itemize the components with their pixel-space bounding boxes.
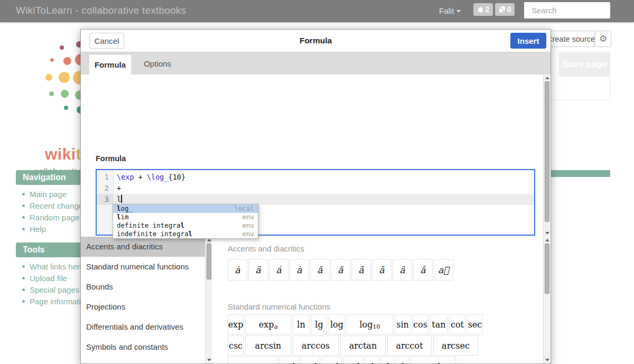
symbol-button-ch[interactable]: ch [380, 357, 394, 363]
sidebar-link: Help [30, 225, 46, 234]
sidebar-item-main-page[interactable]: Main page [20, 188, 87, 200]
symbol-button-exp[interactable]: exp [228, 314, 244, 334]
autocomplete-item-indefinite-integral[interactable]: indefinite integralenv [113, 230, 258, 238]
user-menu[interactable]: Falit [439, 6, 461, 15]
sidebar-item-special-pages[interactable]: Special pages [20, 284, 89, 295]
user-menu-label: Falit [439, 6, 454, 15]
panel-scrollbar[interactable] [543, 237, 550, 363]
category-symbols-and-constants[interactable]: Symbols and constants [81, 337, 205, 357]
bullet-icon [22, 300, 25, 303]
symbol-button-csc[interactable]: csc [228, 335, 244, 356]
sidebar-item-help[interactable]: Help [20, 223, 87, 235]
tab-options[interactable]: Options [131, 52, 184, 75]
code-token: \log_ [147, 173, 169, 181]
symbol-button-widehat-a[interactable]: â [413, 259, 433, 281]
symbol-button-tan[interactable]: tan [430, 314, 447, 334]
symbol-button-arcsin[interactable]: arcsin [245, 335, 291, 356]
symbol-button-log-10[interactable]: log10 [347, 314, 393, 334]
messages-badge[interactable]: 0 [495, 3, 515, 16]
save-page-button[interactable]: Save page [559, 52, 610, 77]
symbol-button-breve-a[interactable]: ă [331, 259, 350, 281]
site-title: WikiToLearn - collaborative textbooks [16, 5, 186, 16]
symbol-button-check-a[interactable]: ǎ [310, 259, 330, 281]
logo-dot [60, 45, 64, 50]
symbol-button-acute-a[interactable]: á [269, 259, 288, 281]
symbol-button-th[interactable]: th [396, 357, 409, 363]
category-modular-arithmetic[interactable]: Modular arithmetic [81, 357, 205, 364]
symbol-button-arctan[interactable]: arctan [340, 335, 386, 356]
bullet-icon [22, 265, 25, 268]
formula-editor-label: Formula [96, 154, 126, 163]
symbol-button-exp-a[interactable]: expa [245, 314, 291, 334]
sidebar-item-recent-changes[interactable]: Recent changes [20, 200, 87, 211]
symbol-button-sin[interactable]: sin [395, 314, 411, 334]
symbol-button-sech[interactable]: sech [411, 357, 456, 363]
category-projections[interactable]: Projections [81, 297, 205, 317]
create-source-tab[interactable]: Create source [547, 31, 594, 47]
symbol-button-ddot-a[interactable]: ä [248, 259, 268, 281]
line-number: 2 [97, 183, 113, 194]
symbol-button-arccos[interactable]: arccos [293, 335, 339, 356]
function-row-2: csc arcsin arccos arctan arccot arcsec [228, 335, 478, 356]
category-scrollbar[interactable] [205, 237, 212, 363]
symbol-button-sh[interactable]: sh [365, 357, 379, 363]
tools-list: What links here Upload file Special page… [20, 260, 89, 307]
scrollbar-thumb[interactable] [207, 244, 211, 279]
scrollbar-thumb[interactable] [545, 244, 549, 294]
sidebar-item-random-page[interactable]: Random page [20, 211, 87, 223]
symbol-button-dot-a[interactable]: ȧ [228, 259, 247, 281]
insert-button[interactable]: Insert [510, 33, 546, 49]
autocomplete-item-lim[interactable]: limenv [113, 213, 258, 221]
symbol-button-log[interactable]: log [329, 314, 345, 334]
symbol-button-sinh[interactable]: sinh [279, 357, 299, 363]
notifications-badge[interactable]: 2 [473, 3, 493, 16]
search-input[interactable] [524, 2, 610, 18]
logo-dot [63, 57, 71, 65]
category-list: Accents and diacritics Standard numerica… [81, 237, 212, 363]
sidebar-item-upload-file[interactable]: Upload file [20, 272, 89, 284]
triangle-up-icon [207, 239, 211, 241]
symbol-button-arccot[interactable]: arccot [387, 335, 432, 356]
cancel-button[interactable]: Cancel [89, 33, 124, 49]
suggestion-scope: env [242, 213, 254, 221]
symbol-button-vec-a[interactable]: a⃗ [434, 259, 453, 281]
suggestion-text: definite integral [117, 221, 184, 230]
autocomplete-item-definite-integral[interactable]: definite integralenv [113, 221, 258, 230]
logo-dot [61, 90, 69, 98]
category-standard-numerical-functions[interactable]: Standard numerical functions [81, 257, 205, 277]
tab-formula[interactable]: Formula [89, 55, 131, 75]
triangle-down-icon [545, 232, 549, 235]
symbol-button-coth[interactable]: coth [343, 357, 363, 363]
symbol-button-arccsc[interactable]: arccsc [228, 357, 278, 363]
scroll-up-arrow[interactable] [544, 74, 551, 81]
symbol-button-tanh[interactable]: tanh [322, 357, 342, 363]
scrollbar-thumb[interactable] [545, 81, 549, 222]
symbol-button-lg[interactable]: lg [311, 314, 327, 334]
symbol-button-cos[interactable]: cos [412, 314, 428, 334]
symbol-button-ln[interactable]: ln [293, 314, 310, 334]
symbol-button-sec[interactable]: sec [467, 314, 483, 334]
top-bar: WikiToLearn - collaborative textbooks Fa… [0, 0, 634, 22]
symbol-button-tilde-a[interactable]: ã [351, 259, 371, 281]
autocomplete-item-log[interactable]: log_local [113, 204, 258, 213]
symbol-button-arcsec[interactable]: arcsec [433, 335, 478, 356]
scroll-up-arrow[interactable] [544, 237, 551, 244]
category-accents-and-diacritics[interactable]: Accents and diacritics [81, 237, 205, 257]
category-differentials-and-derivatives[interactable]: Differentials and derivatives [81, 317, 205, 337]
line-number-active: 3 [97, 194, 113, 205]
dialog-title: Formula [81, 30, 551, 52]
sidebar-item-page-information[interactable]: Page information [20, 295, 89, 307]
symbol-button-hat-a[interactable]: â [393, 259, 412, 281]
sidebar-link: Main page [30, 190, 67, 199]
symbol-button-cosh[interactable]: cosh [300, 357, 320, 363]
symbol-button-cot[interactable]: cot [449, 314, 465, 334]
code-token: \exp [117, 173, 134, 181]
symbol-button-grave-a[interactable]: à [290, 259, 309, 281]
sidebar-item-what-links-here[interactable]: What links here [20, 260, 89, 272]
scroll-down-arrow[interactable] [544, 230, 551, 237]
symbol-button-bar-a[interactable]: ā [372, 259, 391, 281]
content-scrollbar[interactable] [543, 74, 550, 237]
category-bounds[interactable]: Bounds [81, 277, 205, 297]
scroll-down-arrow[interactable] [544, 357, 551, 363]
page-settings-button[interactable]: ⚙ [595, 31, 611, 47]
